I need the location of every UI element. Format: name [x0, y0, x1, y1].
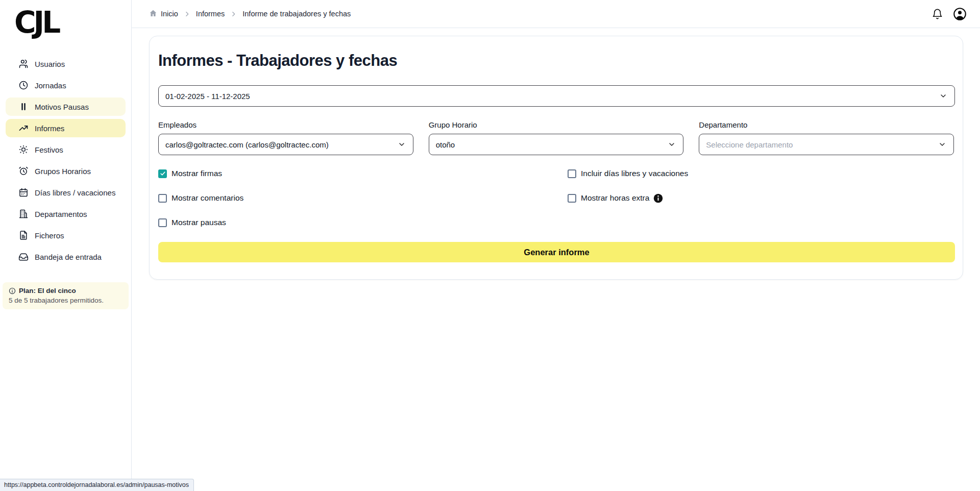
app-logo[interactable]: CJL	[14, 6, 131, 39]
header-icons	[932, 7, 967, 21]
plan-title-row: Plan: El del cinco	[9, 287, 122, 294]
checkbox-column-left: Mostrar firmas Mostrar comentarios Mostr…	[158, 168, 568, 242]
sidebar-item-label: Usuarios	[35, 60, 65, 68]
sidebar-item-label: Jornadas	[35, 81, 66, 90]
grupo-horario-select-value: otoño	[436, 140, 668, 149]
sidebar-item-label: Ficheros	[35, 231, 64, 240]
sidebar-item-motivos-pausas[interactable]: Motivos Pausas	[6, 97, 126, 116]
date-range-select[interactable]: 01-02-2025 - 11-12-2025	[158, 85, 955, 107]
empleados-select[interactable]: carlos@goltractec.com (carlos@goltractec…	[158, 134, 413, 155]
breadcrumb: Inicio Informes Informe de trabajadores …	[149, 9, 351, 19]
chevron-down-icon	[938, 140, 946, 149]
home-icon	[149, 9, 157, 19]
date-range-value: 01-02-2025 - 11-12-2025	[165, 92, 939, 101]
filter-departamento: Departamento Seleccione departamento	[699, 120, 954, 155]
checkbox-area: Mostrar firmas Mostrar comentarios Mostr…	[158, 168, 954, 242]
user-avatar-icon[interactable]	[953, 7, 967, 21]
breadcrumb-inicio[interactable]: Inicio	[149, 9, 178, 19]
sidebar-item-festivos[interactable]: Festivos	[6, 140, 126, 159]
sidebar-item-label: Bandeja de entrada	[35, 253, 102, 261]
chevron-right-icon	[184, 11, 190, 17]
clock-icon	[18, 80, 29, 90]
grupo-horario-label: Grupo Horario	[429, 120, 684, 129]
sidebar-nav: Usuarios Jornadas Motivos Pausas Informe…	[0, 55, 131, 266]
checkbox-box[interactable]	[568, 169, 576, 178]
sidebar-item-label: Grupos Horarios	[35, 167, 91, 176]
info-icon	[9, 287, 16, 294]
sidebar-item-ficheros[interactable]: Ficheros	[6, 226, 126, 244]
empleados-select-value: carlos@goltractec.com (carlos@goltractec…	[165, 140, 398, 149]
generate-report-button[interactable]: Generar informe	[158, 242, 955, 262]
trending-up-icon	[18, 123, 29, 133]
building-icon	[18, 209, 29, 219]
file-icon	[18, 230, 29, 240]
grupo-horario-select[interactable]: otoño	[429, 134, 684, 155]
info-filled-icon[interactable]	[653, 193, 663, 203]
checkbox-box[interactable]	[158, 218, 167, 227]
browser-status-tooltip: https://appbeta.controldejornadalaboral.…	[0, 479, 194, 491]
report-card: Informes - Trabajadores y fechas 01-02-2…	[149, 36, 963, 280]
sidebar-item-label: Departamentos	[35, 210, 87, 218]
chevron-down-icon	[668, 140, 676, 149]
departamento-label: Departamento	[699, 120, 954, 129]
sidebar-item-label: Días libres / vacaciones	[35, 188, 115, 197]
alarm-clock-icon	[18, 166, 29, 176]
top-bar: Inicio Informes Informe de trabajadores …	[132, 0, 980, 28]
checkbox-incluir-dias-libres[interactable]: Incluir días libres y vacaciones	[568, 168, 954, 179]
calendar-icon	[18, 187, 29, 198]
plan-subtitle: 5 de 5 trabajadores permitidos.	[9, 297, 122, 304]
checkbox-label: Mostrar comentarios	[172, 193, 243, 203]
inbox-icon	[18, 252, 29, 262]
sidebar-item-informes[interactable]: Informes	[6, 119, 126, 137]
breadcrumb-label: Inicio	[161, 10, 178, 18]
checkbox-box[interactable]	[158, 194, 167, 203]
checkbox-label: Mostrar horas extra	[581, 193, 649, 203]
checkbox-mostrar-firmas[interactable]: Mostrar firmas	[158, 168, 568, 179]
sidebar-item-bandeja-entrada[interactable]: Bandeja de entrada	[6, 248, 126, 266]
departamento-select[interactable]: Seleccione departamento	[699, 134, 954, 155]
checkbox-box[interactable]	[568, 194, 576, 203]
checkbox-label: Incluir días libres y vacaciones	[581, 169, 688, 178]
users-icon	[18, 59, 29, 69]
checkbox-box[interactable]	[158, 169, 167, 178]
sidebar-item-dias-libres[interactable]: Días libres / vacaciones	[6, 183, 126, 202]
checkbox-label: Mostrar pausas	[172, 218, 226, 227]
chevron-down-icon	[939, 92, 947, 100]
checkbox-mostrar-horas-extra[interactable]: Mostrar horas extra	[568, 193, 954, 203]
sidebar-item-label: Informes	[35, 124, 64, 133]
filter-grupo-horario: Grupo Horario otoño	[429, 120, 684, 155]
breadcrumb-current-page: Informe de trabajadores y fechas	[242, 10, 351, 18]
checkbox-mostrar-comentarios[interactable]: Mostrar comentarios	[158, 193, 568, 203]
empleados-label: Empleados	[158, 120, 413, 129]
checkbox-column-right: Incluir días libres y vacaciones Mostrar…	[568, 168, 954, 242]
sun-icon	[18, 144, 29, 155]
filter-empleados: Empleados carlos@goltractec.com (carlos@…	[158, 120, 413, 155]
sidebar-item-label: Festivos	[35, 145, 63, 154]
sidebar-item-usuarios[interactable]: Usuarios	[6, 55, 126, 73]
pause-icon	[18, 102, 29, 112]
plan-info-box: Plan: El del cinco 5 de 5 trabajadores p…	[3, 282, 129, 309]
plan-title: Plan: El del cinco	[19, 287, 76, 294]
sidebar-item-jornadas[interactable]: Jornadas	[6, 76, 126, 94]
page-title: Informes - Trabajadores y fechas	[158, 52, 954, 70]
checkbox-label: Mostrar firmas	[172, 169, 222, 178]
filters-row: Empleados carlos@goltractec.com (carlos@…	[158, 120, 954, 155]
sidebar-item-grupos-horarios[interactable]: Grupos Horarios	[6, 162, 126, 180]
sidebar: CJL Usuarios Jornadas Motivos Pausas	[0, 0, 132, 491]
main-area: Inicio Informes Informe de trabajadores …	[132, 0, 980, 491]
departamento-select-placeholder: Seleccione departamento	[706, 140, 938, 149]
chevron-down-icon	[398, 140, 406, 149]
checkbox-mostrar-pausas[interactable]: Mostrar pausas	[158, 217, 568, 228]
sidebar-item-departamentos[interactable]: Departamentos	[6, 205, 126, 223]
sidebar-item-label: Motivos Pausas	[35, 103, 89, 111]
chevron-right-icon	[230, 11, 237, 17]
breadcrumb-informes[interactable]: Informes	[196, 10, 225, 18]
bell-icon[interactable]	[932, 8, 943, 20]
app-root: CJL Usuarios Jornadas Motivos Pausas	[0, 0, 980, 491]
